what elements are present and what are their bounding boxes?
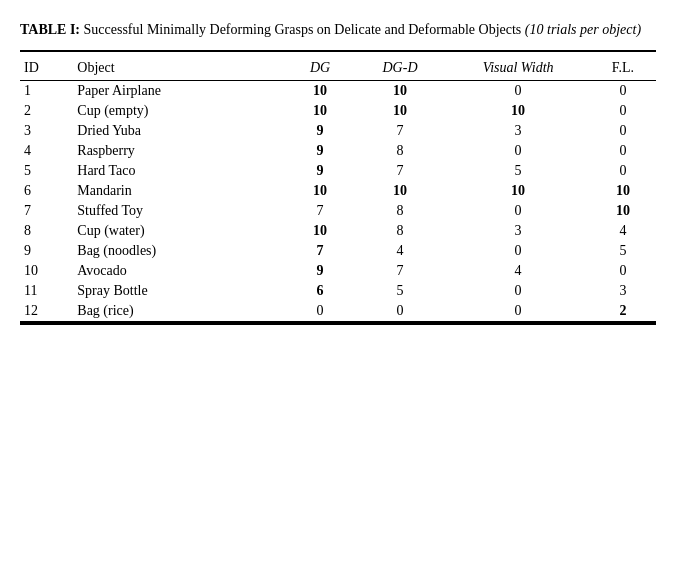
cell-object: Stuffed Toy [73,201,286,221]
cell-fl: 0 [594,121,656,141]
header-fl: F.L. [594,56,656,81]
cell-object: Bag (noodles) [73,241,286,261]
cell-object: Paper Airplane [73,80,286,101]
cell-visual-width: 10 [446,101,593,121]
cell-fl: 0 [594,80,656,101]
cell-dgd: 8 [358,141,447,161]
table-row: 8Cup (water)10834 [20,221,656,241]
cell-id: 12 [20,301,73,322]
table-row: 6Mandarin10101010 [20,181,656,201]
cell-dgd: 10 [358,181,447,201]
cell-visual-width: 0 [446,141,593,161]
table-body: 1Paper Airplane1010002Cup (empty)1010100… [20,80,656,322]
header-object: Object [73,56,286,81]
table-row: 3Dried Yuba9730 [20,121,656,141]
cell-visual-width: 0 [446,281,593,301]
cell-id: 2 [20,101,73,121]
cell-dgd: 8 [358,201,447,221]
caption-italic: (10 trials per object) [525,22,641,37]
table-row: 9Bag (noodles)7405 [20,241,656,261]
table-row: 2Cup (empty)1010100 [20,101,656,121]
table-header-row: ID Object DG DG-D Visual Width F.L. [20,56,656,81]
cell-object: Bag (rice) [73,301,286,322]
cell-dg: 10 [287,181,358,201]
table-row: 7Stuffed Toy78010 [20,201,656,221]
cell-fl: 3 [594,281,656,301]
cell-dg: 9 [287,121,358,141]
cell-id: 7 [20,201,73,221]
cell-fl: 5 [594,241,656,261]
cell-id: 6 [20,181,73,201]
cell-dgd: 4 [358,241,447,261]
cell-dgd: 7 [358,161,447,181]
table-row: 4Raspberry9800 [20,141,656,161]
cell-visual-width: 3 [446,221,593,241]
cell-id: 8 [20,221,73,241]
cell-id: 3 [20,121,73,141]
cell-id: 4 [20,141,73,161]
cell-object: Raspberry [73,141,286,161]
cell-dg: 9 [287,261,358,281]
cell-dg: 7 [287,201,358,221]
table-row: 10Avocado9740 [20,261,656,281]
data-table: ID Object DG DG-D Visual Width F.L. 1Pap… [20,50,656,325]
table-row: 5Hard Taco9750 [20,161,656,181]
table-caption: TABLE I: Successful Minimally Deforming … [20,20,656,40]
cell-dg: 10 [287,80,358,101]
cell-visual-width: 0 [446,201,593,221]
cell-fl: 0 [594,101,656,121]
cell-visual-width: 0 [446,80,593,101]
cell-fl: 10 [594,181,656,201]
cell-id: 9 [20,241,73,261]
table-container: TABLE I: Successful Minimally Deforming … [20,20,656,325]
cell-object: Spray Bottle [73,281,286,301]
cell-dgd: 10 [358,80,447,101]
cell-dg: 10 [287,221,358,241]
cell-id: 5 [20,161,73,181]
cell-dg: 9 [287,161,358,181]
cell-dg: 0 [287,301,358,322]
table-row: 11Spray Bottle6503 [20,281,656,301]
caption-bold: TABLE I: [20,22,80,37]
cell-fl: 0 [594,141,656,161]
caption-text: Successful Minimally Deforming Grasps on… [80,22,525,37]
header-visual-width: Visual Width [446,56,593,81]
table-row: 1Paper Airplane101000 [20,80,656,101]
cell-id: 11 [20,281,73,301]
table-bottom-rule [20,322,656,324]
cell-visual-width: 5 [446,161,593,181]
cell-fl: 2 [594,301,656,322]
cell-dgd: 8 [358,221,447,241]
cell-dgd: 7 [358,121,447,141]
cell-visual-width: 10 [446,181,593,201]
cell-dg: 10 [287,101,358,121]
cell-dgd: 0 [358,301,447,322]
cell-visual-width: 0 [446,301,593,322]
cell-dg: 6 [287,281,358,301]
cell-id: 1 [20,80,73,101]
cell-visual-width: 4 [446,261,593,281]
cell-fl: 0 [594,261,656,281]
cell-object: Avocado [73,261,286,281]
cell-id: 10 [20,261,73,281]
cell-visual-width: 0 [446,241,593,261]
cell-fl: 4 [594,221,656,241]
cell-object: Mandarin [73,181,286,201]
cell-dg: 7 [287,241,358,261]
header-dg: DG [287,56,358,81]
cell-fl: 10 [594,201,656,221]
cell-visual-width: 3 [446,121,593,141]
cell-dg: 9 [287,141,358,161]
cell-object: Hard Taco [73,161,286,181]
table-row: 12Bag (rice)0002 [20,301,656,322]
cell-dgd: 10 [358,101,447,121]
cell-dgd: 7 [358,261,447,281]
cell-object: Cup (water) [73,221,286,241]
cell-dgd: 5 [358,281,447,301]
header-id: ID [20,56,73,81]
cell-object: Cup (empty) [73,101,286,121]
cell-fl: 0 [594,161,656,181]
header-dgd: DG-D [358,56,447,81]
cell-object: Dried Yuba [73,121,286,141]
